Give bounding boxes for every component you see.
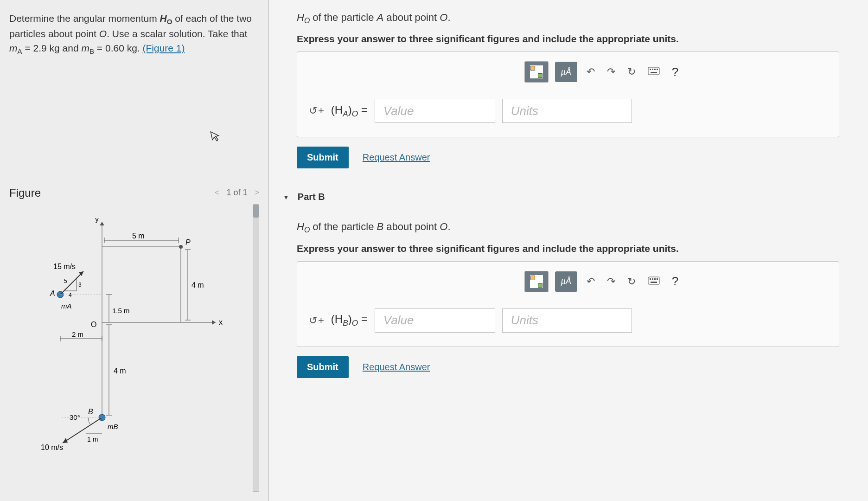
eqA-subA: A	[343, 109, 348, 118]
partB-request-answer[interactable]: Request Answer	[363, 362, 430, 373]
partB-submit-button[interactable]: Submit	[297, 356, 349, 378]
svg-rect-42	[654, 278, 656, 280]
template-button-A[interactable]	[524, 61, 549, 83]
partB-particle: B	[377, 221, 384, 232]
svg-rect-38	[651, 72, 657, 73]
ps-mB-var: m	[81, 43, 89, 53]
triangle-5: 5	[64, 278, 67, 284]
partA-H-sub: O	[304, 17, 310, 25]
partA-answer-box: µÅ ↶ ↷ ↻ ? ↺+ (HA)O = Value Units	[297, 51, 839, 137]
partA-submit-button[interactable]: Submit	[297, 147, 349, 168]
vel-A-label: 15 m/s	[53, 263, 76, 270]
plus-sign-B: +	[318, 315, 324, 327]
template-button-B[interactable]	[524, 271, 549, 292]
partB-units-input[interactable]: Units	[502, 308, 632, 333]
eqB-subB: B	[343, 318, 348, 328]
partA-units-input[interactable]: Units	[502, 99, 632, 123]
figure-link[interactable]: (Figure 1)	[143, 43, 185, 53]
template-icon-B	[530, 275, 543, 288]
plus-sign: +	[318, 105, 324, 117]
mB-label: mB	[108, 423, 118, 430]
particle-A-label: A	[50, 289, 55, 297]
partB-sign-convention: ↺+	[309, 315, 324, 327]
redo-icon-B[interactable]: ↷	[604, 276, 618, 288]
eqB-2: )	[348, 313, 352, 325]
partB-H-sub: O	[304, 226, 310, 234]
dim-1p5m: 1.5 m	[112, 307, 130, 315]
partB-value-input[interactable]: Value	[375, 308, 495, 333]
partB-answer-box: µÅ ↶ ↷ ↻ ? ↺+ (HB)O = Value Units	[297, 261, 839, 347]
partA-submit-row: Submit Request Answer	[297, 147, 863, 168]
triangle-4: 4	[69, 292, 72, 298]
dim-2m: 2 m	[72, 330, 83, 338]
right-panel: HO of the particle A about point O. Expr…	[269, 0, 868, 501]
units-button-B[interactable]: µÅ	[555, 271, 577, 292]
partA-point: O	[440, 12, 447, 23]
dim-4m-top: 4 m	[191, 281, 204, 289]
partA-sign-convention: ↺+	[309, 105, 324, 117]
reset-icon-A[interactable]: ↻	[625, 66, 638, 78]
vel-B-label: 10 m/s	[41, 443, 63, 451]
svg-rect-39	[648, 277, 659, 284]
ps-mA-var: m	[9, 43, 18, 53]
mA-label: mA	[61, 302, 72, 310]
undo-icon-B[interactable]: ↶	[584, 276, 598, 288]
partA-request-answer[interactable]: Request Answer	[363, 152, 430, 163]
template-icon	[530, 65, 543, 78]
left-scrollbar[interactable]	[253, 204, 259, 492]
point-P-label: P	[185, 238, 191, 246]
keyboard-icon-B[interactable]	[645, 276, 663, 288]
eqA-3: =	[358, 103, 368, 116]
eqB-subO: O	[352, 318, 358, 328]
problem-statement: Determine the angular momentum HO of eac…	[9, 12, 259, 57]
eqA-subO: O	[352, 109, 358, 118]
figure-next[interactable]: >	[254, 188, 259, 198]
partA-input-row: ↺+ (HA)O = Value Units	[309, 99, 827, 123]
figure-prev[interactable]: <	[215, 188, 220, 198]
ps-mA-sub: A	[18, 47, 22, 55]
ps-var-H: H	[160, 13, 167, 24]
keyboard-icon-A[interactable]	[645, 66, 663, 78]
eqA-2: )	[348, 103, 352, 116]
partB-toolbar: µÅ ↶ ↷ ↻ ?	[309, 271, 827, 292]
figure-diagram: x y O P 5 m 4 m A mA	[9, 213, 259, 478]
figure-nav: < 1 of 1 >	[215, 188, 259, 198]
partB-txt1: of the particle	[310, 221, 377, 232]
partA-value-input[interactable]: Value	[375, 99, 495, 123]
eqB-3: =	[358, 313, 368, 325]
undo-icon-A[interactable]: ↶	[584, 66, 598, 78]
reset-icon-B[interactable]: ↻	[625, 276, 638, 288]
partB-input-row: ↺+ (HB)O = Value Units	[309, 308, 827, 333]
dim-4m: 4 m	[114, 367, 126, 375]
partA-txt2: about point	[383, 12, 440, 23]
dim-1m: 1 m	[87, 436, 98, 443]
units-button-A[interactable]: µÅ	[555, 62, 577, 82]
origin-label: O	[91, 321, 96, 328]
help-button-B[interactable]: ?	[669, 274, 681, 289]
ccw-icon: ↺	[309, 105, 317, 117]
ps-text-3: . Use a scalar solution. Take that	[107, 28, 247, 39]
partB-prompt: HO of the particle B about point O.	[297, 221, 863, 234]
eqA-1: (H	[331, 103, 343, 116]
partB-collapse-caret[interactable]: ▼	[283, 193, 289, 201]
partB-H: H	[297, 221, 304, 232]
partB-point: O	[440, 221, 447, 232]
partA-instruction: Express your answer to three significant…	[297, 33, 863, 45]
partA-prompt: HO of the particle A about point O.	[297, 12, 863, 25]
partB-eq-label: (HB)O =	[331, 313, 368, 328]
figure-header: Figure < 1 of 1 >	[9, 186, 259, 204]
help-button-A[interactable]: ?	[669, 65, 681, 79]
axis-y-label: y	[95, 218, 99, 223]
svg-rect-35	[652, 69, 653, 70]
svg-rect-40	[650, 278, 651, 280]
partA-particle: A	[377, 12, 384, 23]
particle-B-label: B	[88, 408, 93, 416]
partB-header[interactable]: ▼ Part B	[283, 192, 863, 202]
partA-txt1: of the particle	[310, 12, 377, 23]
eqB-1: (H	[331, 313, 343, 325]
ps-text-4: = 2.9 kg and	[22, 43, 82, 53]
figure-counter: 1 of 1	[226, 188, 247, 198]
left-scrollbar-thumb[interactable]	[253, 205, 259, 218]
partB-txt2: about point	[383, 221, 440, 232]
redo-icon-A[interactable]: ↷	[604, 66, 618, 78]
